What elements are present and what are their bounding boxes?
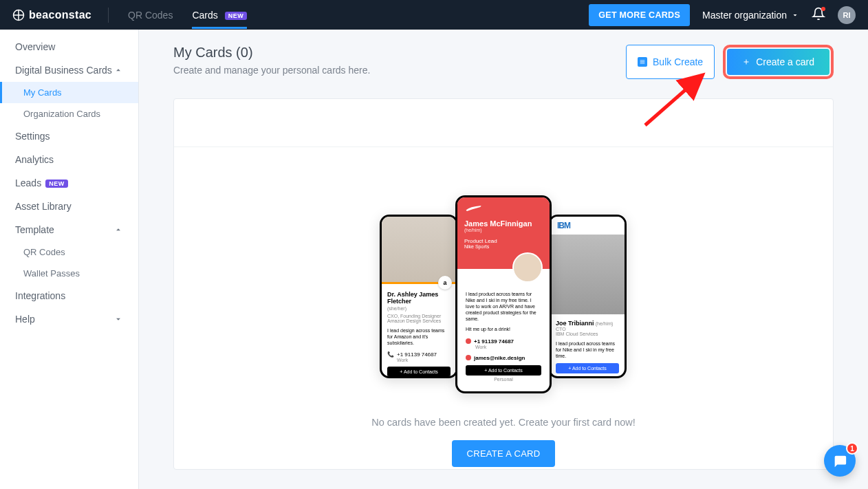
brand-icon [12,9,25,21]
mock-mid-add-btn: + Add to Contacts [466,365,541,376]
page-title: My Cards (0) [173,45,370,61]
sidebar-item-integrations[interactable]: Integrations [0,284,138,307]
bulk-create-label: Bulk Create [653,56,703,67]
sidebar-assetlib-label: Asset Library [15,201,72,212]
content-area: My Cards (0) Create and manage your pers… [139,30,868,489]
mock-left-add-btn: + Add to Contacts [387,367,451,377]
topnav-qr-codes[interactable]: QR Codes [128,1,173,29]
new-badge: NEW [45,180,68,188]
topbar-right: GET MORE CARDS Master organization RI [589,4,856,26]
sidebar-leads-label: Leads [15,177,41,188]
mock-right-add-btn: + Add to Contacts [556,363,619,373]
sidebar-settings-label: Settings [15,131,50,142]
mock-mid-name: James McFinnigan [464,219,543,228]
chat-icon [832,453,847,468]
user-avatar[interactable]: RI [838,6,856,24]
mock-left-org: Amazon Design Services [387,318,451,323]
mock-mid-org: Nike Sports [464,244,543,249]
topnav-cards[interactable]: Cards NEW [192,1,247,29]
mock-card-left: a Dr. Ashley James Fletcher (she/her) CX… [380,215,458,378]
sidebar-item-help[interactable]: Help [0,307,138,331]
sidebar-sub-orgcards[interactable]: Organization Cards [0,103,138,124]
list-icon [638,57,647,67]
sidebar-item-dbc[interactable]: Digital Business Cards [0,58,138,82]
mock-left-phone: 📞+1 91139 74687 [387,351,451,358]
chat-badge: 1 [846,442,858,455]
mock-mid-role: Product Lead [464,238,543,244]
sidebar-dbc-label: Digital Business Cards [15,65,112,76]
mock-left-role: CXO, Founding Designer [387,314,451,318]
page-header-text: My Cards (0) Create and manage your pers… [173,45,370,76]
mock-mid-phone-sub: Work [475,345,541,349]
main-wrap: Overview Digital Business Cards My Cards… [0,30,868,489]
create-card-cta-button[interactable]: CREATE A CARD [452,440,556,467]
topbar-separator [108,8,109,23]
header-actions: Bulk Create Create a card [626,45,834,79]
org-switcher[interactable]: Master organization [702,10,799,21]
new-badge: NEW [225,12,248,20]
create-card-highlight: Create a card [723,45,834,79]
notifications-button[interactable] [812,7,825,23]
sidebar-item-template[interactable]: Template [0,218,138,241]
get-more-cards-button[interactable]: GET MORE CARDS [589,4,690,26]
mock-card-mid: James McFinnigan (he/him) Product Lead N… [455,195,552,393]
sidebar: Overview Digital Business Cards My Cards… [0,30,139,489]
mock-right-pron: (he/him) [596,321,614,326]
mock-right-role: CTO [556,327,619,332]
phone-mockups: a Dr. Ashley James Fletcher (she/her) CX… [380,195,627,395]
bulk-create-button[interactable]: Bulk Create [626,45,715,79]
sidebar-help-label: Help [15,314,35,325]
mock-mid-phone: +1 91139 74687 [466,338,541,345]
create-card-button[interactable]: Create a card [727,49,829,75]
card-area: a Dr. Ashley James Fletcher (she/her) CX… [173,98,834,470]
page-subtitle: Create and manage your personal cards he… [173,65,370,76]
mock-mid-email: james@nike.design [466,355,541,361]
brand-text: beaconstac [29,9,91,21]
sidebar-item-assetlib[interactable]: Asset Library [0,195,138,218]
topnav: QR Codes Cards NEW [128,1,247,29]
brand-logo[interactable]: beaconstac [12,9,91,21]
plus-icon [742,58,750,66]
chat-widget-button[interactable]: 1 [824,445,856,477]
org-label: Master organization [702,10,787,21]
sidebar-sub-template-wallet[interactable]: Wallet Passes [0,263,138,284]
mock-right-photo [550,235,625,314]
mock-right-name: Joe Tribianni [556,320,594,327]
topbar: beaconstac QR Codes Cards NEW GET MORE C… [0,0,868,30]
mock-mid-desc: I lead product across teams for Nike and… [466,291,541,322]
sidebar-sub-mycards[interactable]: My Cards [0,82,138,103]
mock-card-right: IBM Joe Tribianni (he/him) CTO IBM Cloud… [548,215,627,378]
chevron-up-icon [113,65,123,75]
sidebar-item-leads[interactable]: LeadsNEW [0,171,138,195]
nike-icon [464,204,482,213]
mock-mid-avatar [512,252,543,283]
mock-mid-hit: Hit me up for a drink! [466,326,541,332]
mock-right-org: IBM Cloud Services [556,332,619,336]
sidebar-item-overview[interactable]: Overview [0,35,138,58]
page-header: My Cards (0) Create and manage your pers… [173,45,834,79]
ibm-brand: IBM [550,217,625,235]
sidebar-template-label: Template [15,224,54,235]
create-card-label: Create a card [756,56,814,67]
mock-left-desc: I lead design across teams for Amazon an… [387,327,451,346]
sidebar-item-analytics[interactable]: Analytics [0,148,138,171]
topnav-cards-label: Cards [192,10,217,21]
amazon-badge: a [438,276,452,290]
mock-mid-pron: (he/him) [464,228,543,232]
mock-left-phone-sub: Work [397,358,451,362]
mock-right-desc: I lead product across teams for Nike and… [556,340,619,359]
sidebar-integrations-label: Integrations [15,290,65,301]
sidebar-sub-template-qr[interactable]: QR Codes [0,241,138,263]
mock-left-name: Dr. Ashley James Fletcher [387,291,451,305]
card-area-toolbar [174,99,833,147]
chevron-up-icon [113,225,123,235]
chevron-down-icon [791,11,799,19]
no-cards-message: No cards have been created yet. Create y… [371,417,636,428]
sidebar-overview-label: Overview [15,41,55,52]
chevron-down-icon [113,314,123,324]
mock-left-pron: (she/her) [387,306,451,311]
sidebar-analytics-label: Analytics [15,154,54,165]
notification-dot [821,7,825,11]
sidebar-item-settings[interactable]: Settings [0,124,138,148]
mock-left-photo [382,217,456,284]
